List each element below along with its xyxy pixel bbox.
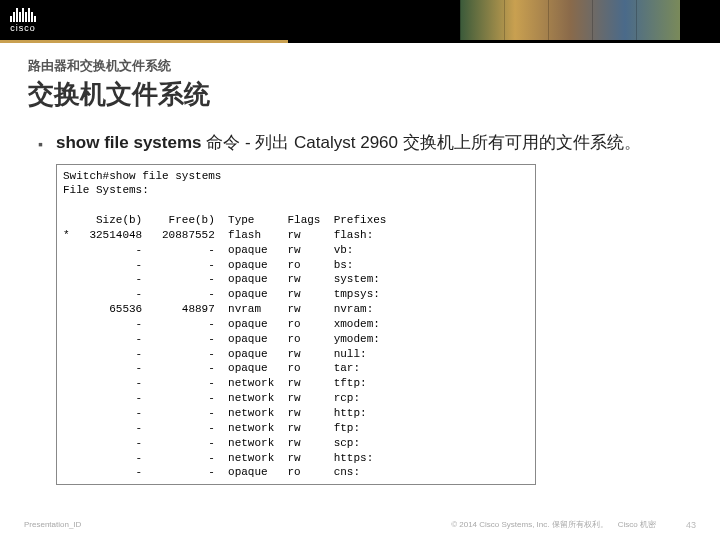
terminal-heading: File Systems: [63, 183, 529, 198]
slide-content: show file systems 命令 - 列出 Catalyst 2960 … [0, 120, 720, 485]
footer-page-number: 43 [686, 520, 696, 530]
terminal-blank [63, 198, 529, 213]
footer-confidential: Cisco 机密 [618, 519, 656, 530]
terminal-row: - - opaque rw vb: [63, 243, 529, 258]
terminal-row: - - opaque ro cns: [63, 465, 529, 480]
terminal-command: show file systems [109, 170, 221, 182]
cisco-logo: cisco [10, 8, 36, 33]
slide-header: 路由器和交换机文件系统 交换机文件系统 [0, 43, 720, 120]
bullet-command: show file systems [56, 133, 202, 152]
terminal-row: - - opaque ro xmodem: [63, 317, 529, 332]
terminal-row: - - network rw rcp: [63, 391, 529, 406]
terminal-columns: Size(b) Free(b) Type Flags Prefixes [63, 213, 529, 228]
terminal-row: - - network rw tftp: [63, 376, 529, 391]
cisco-logo-text: cisco [10, 23, 36, 33]
terminal-row: 65536 48897 nvram rw nvram: [63, 302, 529, 317]
footer-presentation-id: Presentation_ID [24, 520, 81, 529]
terminal-row: - - network rw http: [63, 406, 529, 421]
terminal-prompt-line: Switch#show file systems [63, 169, 529, 184]
top-bar: cisco [0, 0, 720, 40]
cisco-logo-bars [10, 8, 36, 22]
terminal-row: - - opaque rw null: [63, 347, 529, 362]
terminal-prompt: Switch# [63, 170, 109, 182]
terminal-row: - - opaque rw tmpsys: [63, 287, 529, 302]
terminal-row: - - opaque ro tar: [63, 361, 529, 376]
footer-copyright: © 2014 Cisco Systems, Inc. 保留所有权利。 [451, 519, 608, 530]
bullet-item: show file systems 命令 - 列出 Catalyst 2960 … [56, 130, 680, 156]
terminal-rows: * 32514048 20887552 flash rw flash: - - … [63, 228, 529, 480]
terminal-row: - - opaque ro bs: [63, 258, 529, 273]
terminal-row: - - network rw scp: [63, 436, 529, 451]
slide-title: 交换机文件系统 [28, 77, 692, 112]
bullet-text: 命令 - 列出 Catalyst 2960 交换机上所有可用的文件系统。 [202, 133, 641, 152]
slide-subtitle: 路由器和交换机文件系统 [28, 57, 692, 75]
terminal-row: - - network rw https: [63, 451, 529, 466]
terminal-row: * 32514048 20887552 flash rw flash: [63, 228, 529, 243]
terminal-row: - - network rw ftp: [63, 421, 529, 436]
terminal-row: - - opaque ro ymodem: [63, 332, 529, 347]
slide-footer: Presentation_ID © 2014 Cisco Systems, In… [0, 519, 720, 530]
banner-photo-strip [460, 0, 680, 40]
terminal-row: - - opaque rw system: [63, 272, 529, 287]
terminal-output: Switch#show file systems File Systems: S… [56, 164, 536, 486]
